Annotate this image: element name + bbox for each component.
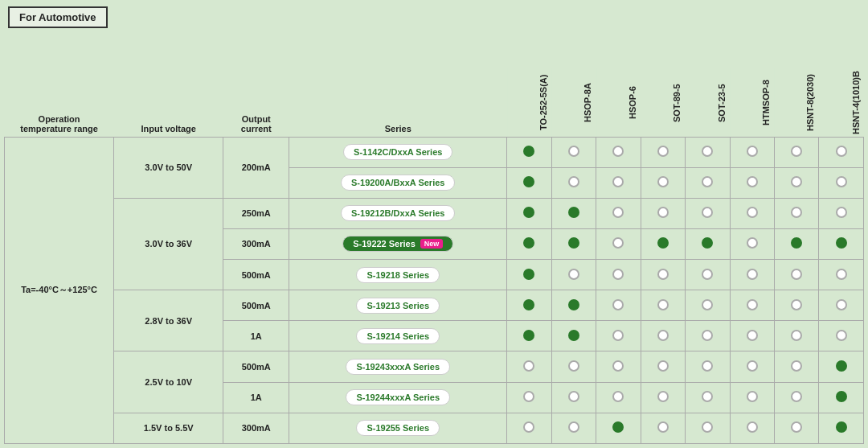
pkg-dot-cell xyxy=(819,290,864,321)
table-row: 2.8V to 36V500mAS-19213 Series xyxy=(5,290,864,321)
series-cell: S-19200A/BxxA Series xyxy=(289,167,507,198)
series-pill: S-19243xxxA Series xyxy=(346,359,450,375)
pkg-dot-cell xyxy=(730,228,774,259)
table-row: Ta=-40°C～+125°C3.0V to 50V200mAS-1142C/D… xyxy=(5,137,864,167)
data-table: Operationtemperature range Input voltage… xyxy=(4,68,864,444)
series-pill: S-19222 SeriesNew xyxy=(342,236,453,252)
series-pill: S-19244xxxA Series xyxy=(346,389,450,405)
series-name: S-19222 Series xyxy=(353,239,416,249)
page-container: For Automotive Operationtemperature rang… xyxy=(0,0,868,448)
pkg-dot-cell xyxy=(596,198,641,228)
pkg-dot-cell xyxy=(819,137,864,167)
pkg-dot-cell xyxy=(819,382,864,413)
table-row: 3.0V to 36V250mAS-19212B/DxxA Series xyxy=(5,198,864,228)
input-voltage-cell: 2.8V to 36V xyxy=(114,290,223,351)
pkg-dot-cell xyxy=(686,321,730,351)
pkg-dot-cell xyxy=(641,413,685,443)
pkg-dot-cell xyxy=(774,290,818,321)
pkg-dot-cell xyxy=(551,321,596,351)
header-series: Series xyxy=(289,68,507,137)
pkg-dot-cell xyxy=(507,321,551,351)
series-cell: S-19222 SeriesNew xyxy=(289,228,507,259)
pkg-dot-cell xyxy=(730,167,774,198)
pkg-dot-cell xyxy=(686,260,730,290)
pkg-dot-cell xyxy=(551,167,596,198)
pkg-dot-cell xyxy=(730,290,774,321)
output-current-cell: 300mA xyxy=(223,228,289,259)
output-current-cell: 300mA xyxy=(223,413,289,443)
pkg-dot-cell xyxy=(551,228,596,259)
series-name: S-19214 Series xyxy=(366,331,429,341)
pkg-dot-cell xyxy=(507,167,551,198)
pkg-dot-cell xyxy=(730,198,774,228)
pkg-header-7: HSNT-4(1010)B xyxy=(819,68,864,137)
pkg-dot-cell xyxy=(819,198,864,228)
pkg-dot-cell xyxy=(774,351,818,382)
table-row: 2.5V to 10V500mAS-19243xxxA Series xyxy=(5,351,864,382)
pkg-dot-cell xyxy=(596,260,641,290)
pkg-header-1: HSOP-8A xyxy=(551,68,596,137)
series-cell: S-19243xxxA Series xyxy=(289,351,507,382)
pkg-dot-cell xyxy=(596,351,641,382)
pkg-dot-cell xyxy=(686,290,730,321)
pkg-header-2: HSOP-6 xyxy=(596,68,641,137)
pkg-dot-cell xyxy=(819,351,864,382)
header-op-temp: Operationtemperature range xyxy=(5,68,114,137)
pkg-dot-cell xyxy=(774,382,818,413)
series-cell: S-19244xxxA Series xyxy=(289,382,507,413)
output-current-cell: 250mA xyxy=(223,198,289,228)
pkg-dot-cell xyxy=(596,228,641,259)
series-name: S-19243xxxA Series xyxy=(356,362,440,372)
pkg-dot-cell xyxy=(507,137,551,167)
pkg-dot-cell xyxy=(730,351,774,382)
pkg-dot-cell xyxy=(819,260,864,290)
pkg-dot-cell xyxy=(596,321,641,351)
pkg-dot-cell xyxy=(686,413,730,443)
pkg-dot-cell xyxy=(730,321,774,351)
pkg-dot-cell xyxy=(551,290,596,321)
series-pill: S-19214 Series xyxy=(356,328,440,344)
input-voltage-cell: 3.0V to 36V xyxy=(114,198,223,290)
pkg-dot-cell xyxy=(774,413,818,443)
pkg-dot-cell xyxy=(774,167,818,198)
pkg-dot-cell xyxy=(596,137,641,167)
pkg-dot-cell xyxy=(641,290,685,321)
series-pill: S-19255 Series xyxy=(356,420,440,436)
pkg-dot-cell xyxy=(507,260,551,290)
input-voltage-cell: 1.5V to 5.5V xyxy=(114,413,223,443)
pkg-dot-cell xyxy=(641,382,685,413)
pkg-dot-cell xyxy=(686,228,730,259)
series-pill: S-19218 Series xyxy=(356,267,440,283)
pkg-dot-cell xyxy=(551,413,596,443)
pkg-dot-cell xyxy=(686,198,730,228)
series-name: S-19218 Series xyxy=(366,270,429,280)
pkg-header-4: SOT-23-5 xyxy=(686,68,730,137)
pkg-dot-cell xyxy=(730,382,774,413)
pkg-dot-cell xyxy=(774,198,818,228)
pkg-dot-cell xyxy=(774,260,818,290)
output-current-cell: 500mA xyxy=(223,290,289,321)
pkg-dot-cell xyxy=(730,413,774,443)
pkg-dot-cell xyxy=(774,137,818,167)
series-cell: S-1142C/DxxA Series xyxy=(289,137,507,167)
pkg-header-6: HSNT-8(2030) xyxy=(774,68,818,137)
pkg-dot-cell xyxy=(730,260,774,290)
series-cell: S-19214 Series xyxy=(289,321,507,351)
series-cell: S-19212B/DxxA Series xyxy=(289,198,507,228)
series-name: S-19200A/BxxA Series xyxy=(351,178,444,187)
automotive-badge: For Automotive xyxy=(8,6,108,28)
series-name: S-19213 Series xyxy=(366,301,429,310)
pkg-dot-cell xyxy=(686,351,730,382)
pkg-dot-cell xyxy=(641,137,685,167)
series-pill: S-1142C/DxxA Series xyxy=(343,144,452,160)
pkg-dot-cell xyxy=(596,413,641,443)
pkg-dot-cell xyxy=(551,382,596,413)
input-voltage-cell: 2.5V to 10V xyxy=(114,351,223,413)
op-temp-cell: Ta=-40°C～+125°C xyxy=(5,137,114,444)
pkg-dot-cell xyxy=(774,321,818,351)
series-pill: S-19213 Series xyxy=(356,298,440,314)
pkg-dot-cell xyxy=(551,260,596,290)
pkg-dot-cell xyxy=(819,228,864,259)
pkg-dot-cell xyxy=(507,198,551,228)
series-cell: S-19255 Series xyxy=(289,413,507,443)
